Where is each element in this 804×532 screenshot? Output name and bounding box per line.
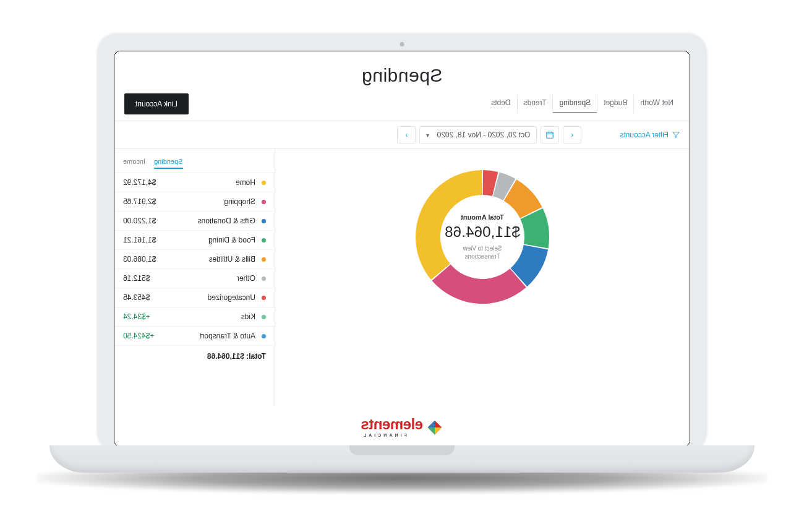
breakdown-total: Total: $11,064.68: [114, 345, 275, 367]
category-dot-icon: [262, 257, 266, 262]
breakdown-tab-income[interactable]: Income: [123, 158, 145, 169]
donut-center-label: Total Amount: [461, 213, 504, 221]
nav-tabs: Net Worth Budget Spending Trends Debts: [485, 95, 680, 113]
chevron-down-icon: ▾: [426, 132, 429, 139]
category-amount: $1,161.21: [123, 236, 156, 244]
date-prev-button[interactable]: ‹: [563, 126, 581, 144]
tab-net-worth[interactable]: Net Worth: [633, 95, 680, 113]
category-dot-icon: [262, 334, 266, 338]
date-next-button[interactable]: ›: [397, 126, 416, 144]
tab-trends[interactable]: Trends: [517, 95, 553, 113]
brand-diamond-icon: [427, 419, 443, 435]
category-amount: $1,220.00: [123, 217, 156, 225]
camera-dot: [400, 42, 404, 46]
brand-name: elements: [361, 416, 423, 432]
category-amount: $512.16: [123, 274, 150, 283]
donut-center-hint: Select to View Transactions: [463, 244, 502, 260]
laptop-notch: [349, 445, 455, 455]
svg-rect-0: [547, 132, 554, 139]
list-item[interactable]: Bills & Utilities$1,086.03: [114, 249, 275, 268]
tab-spending[interactable]: Spending: [552, 95, 597, 113]
list-item[interactable]: Kids+$34.24: [114, 307, 275, 326]
laptop-base: [49, 445, 755, 473]
category-dot-icon: [262, 238, 266, 242]
date-range-select[interactable]: Oct 20, 2020 - Nov 18, 2020 ▾: [419, 126, 537, 144]
category-amount: $4,172.92: [123, 178, 156, 187]
spending-app: Spending Net Worth Budget Spending Trend…: [114, 51, 690, 446]
category-amount: $1,086.03: [123, 255, 156, 264]
list-item[interactable]: Uncategorized$453.45: [114, 288, 275, 307]
tab-debts[interactable]: Debts: [485, 95, 516, 113]
date-range-label: Oct 20, 2020 - Nov 18, 2020: [437, 131, 531, 139]
top-bar: Net Worth Budget Spending Trends Debts L…: [114, 91, 690, 121]
breakdown-rows: Home$4,172.92Shopping$2,917.65Gifts & Do…: [114, 173, 275, 345]
category-dot-icon: [262, 200, 266, 204]
filter-accounts-link[interactable]: Filter Accounts: [620, 131, 680, 139]
category-name: Food & Dining: [156, 236, 255, 244]
list-item[interactable]: Shopping$2,917.65: [114, 192, 275, 211]
category-dot-icon: [262, 181, 266, 185]
tab-budget[interactable]: Budget: [597, 95, 633, 113]
donut-center-total: $11,064.68: [445, 223, 520, 241]
category-name: Bills & Utilities: [156, 255, 255, 264]
brand-subtitle: FINANCIAL: [361, 433, 423, 437]
list-item[interactable]: Other$512.16: [114, 268, 275, 288]
category-name: Uncategorized: [150, 293, 255, 302]
svg-marker-7: [435, 427, 442, 434]
screen: Spending Net Worth Budget Spending Trend…: [114, 51, 690, 447]
filter-icon: [672, 131, 680, 139]
category-name: Auto & Transport: [154, 332, 255, 340]
date-controls: ‹ Oct 20, 2020 - Nov 18, 2020: [397, 126, 581, 144]
donut-center: Total Amount $11,064.68 Select to View T…: [408, 163, 557, 311]
svg-marker-6: [428, 427, 435, 434]
calendar-icon: [545, 131, 554, 139]
category-dot-icon: [262, 277, 266, 281]
list-item[interactable]: Food & Dining$1,161.21: [114, 230, 275, 249]
svg-marker-5: [428, 420, 435, 427]
calendar-button[interactable]: [541, 126, 559, 144]
category-name: Other: [150, 274, 255, 283]
category-name: Shopping: [156, 197, 255, 206]
list-item[interactable]: Home$4,172.92: [114, 173, 275, 192]
breakdown-tab-spending[interactable]: Spending: [154, 158, 183, 169]
category-name: Kids: [150, 312, 255, 321]
category-amount: +$34.24: [123, 312, 150, 321]
donut-chart[interactable]: Total Amount $11,064.68 Select to View T…: [408, 163, 557, 311]
category-dot-icon: [262, 296, 266, 300]
laptop-frame: Spending Net Worth Budget Spending Trend…: [96, 32, 708, 453]
chart-pane: Total Amount $11,064.68 Select to View T…: [275, 149, 690, 406]
category-name: Home: [156, 178, 255, 187]
breakdown-pane: Spending Income Home$4,172.92Shopping$2,…: [114, 149, 275, 406]
filter-accounts-label: Filter Accounts: [620, 131, 669, 139]
category-amount: +$424.50: [123, 332, 154, 340]
title-area: Spending: [114, 51, 690, 91]
brand-logo: elements FINANCIAL: [361, 417, 443, 437]
category-name: Gifts & Donations: [156, 217, 255, 225]
list-item[interactable]: Auto & Transport+$424.50: [114, 326, 275, 345]
category-dot-icon: [262, 219, 266, 223]
content-area: Total Amount $11,064.68 Select to View T…: [114, 149, 690, 406]
category-amount: $2,917.65: [123, 197, 156, 206]
list-item[interactable]: Gifts & Donations$1,220.00: [114, 211, 275, 230]
category-amount: $453.45: [123, 293, 150, 302]
page-title: Spending: [114, 65, 690, 86]
category-dot-icon: [262, 315, 266, 319]
breakdown-tabs: Spending Income: [114, 149, 275, 173]
footer-logo: elements FINANCIAL: [114, 406, 690, 446]
filter-bar: Filter Accounts ‹: [114, 121, 690, 149]
link-account-button[interactable]: Link Account: [124, 93, 189, 114]
